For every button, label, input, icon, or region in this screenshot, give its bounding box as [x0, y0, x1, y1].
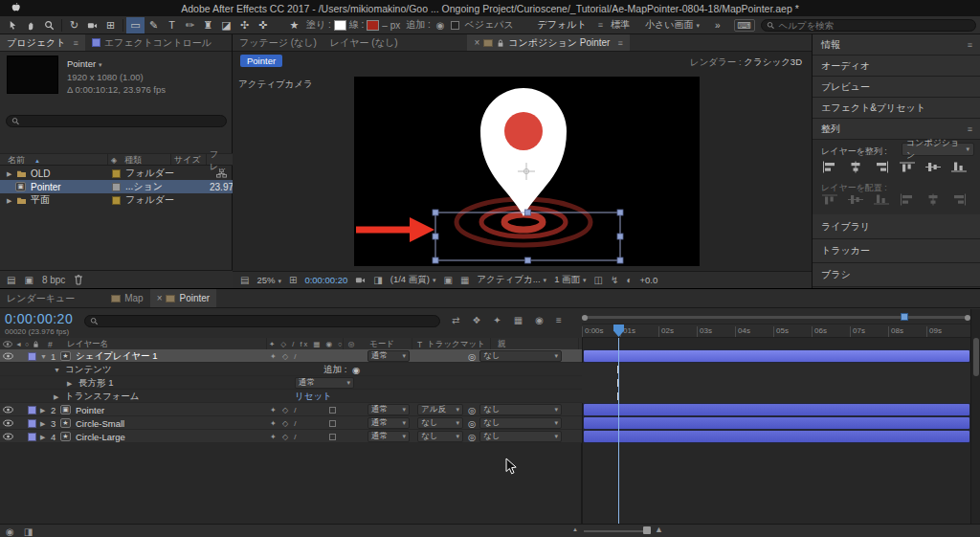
snapshot-icon[interactable] [355, 275, 366, 285]
time-ruler[interactable]: 0:00s 01s 02s 03s 04s 05s 06s 07s 08s 09… [582, 324, 970, 338]
pan-behind-tool[interactable]: ⊞ [101, 17, 120, 34]
always-preview-icon[interactable]: ▤ [240, 275, 249, 285]
pixel-aspect-icon[interactable]: ◫ [594, 275, 603, 285]
scrollbar-thumb[interactable] [973, 338, 979, 376]
parent-dropdown[interactable]: なし [479, 417, 562, 429]
camera-tool[interactable] [83, 17, 101, 34]
section-brushes[interactable]: ブラシ [813, 263, 980, 287]
property-name[interactable]: 長方形 1 [78, 376, 113, 390]
resolution-dropdown[interactable]: (1/4 画質) [390, 274, 436, 286]
align-right-icon[interactable] [874, 161, 889, 173]
close-icon[interactable]: × [157, 293, 163, 303]
clone-stamp-tool[interactable]: ♜ [199, 17, 217, 34]
toggle-modes-icon[interactable]: ◨ [24, 526, 33, 537]
frame-blend-icon[interactable]: ▦ [514, 315, 523, 325]
section-tracker[interactable]: トラッカー [813, 239, 980, 263]
graph-editor-icon[interactable]: ≡ [556, 315, 562, 325]
item-name[interactable]: OLD [31, 167, 51, 180]
item-name[interactable]: 平面 [31, 193, 50, 207]
eraser-tool[interactable]: ◪ [217, 17, 235, 34]
apple-logo-icon[interactable] [10, 2, 21, 14]
project-row-heimen[interactable]: ▶ 平面 フォルダー [0, 193, 233, 207]
parent-pickwhip-icon[interactable]: ◎ [468, 349, 476, 363]
track-matte-dropdown[interactable]: なし [417, 417, 463, 429]
property-row-transform[interactable]: ▶ トランスフォーム リセット [0, 390, 582, 403]
blend-mode-dropdown[interactable]: 通常 [368, 417, 410, 429]
eye-icon[interactable] [3, 352, 13, 360]
layer-bar-2[interactable] [584, 404, 969, 415]
add-target-icon[interactable]: ◉ [436, 20, 445, 31]
align-top-icon[interactable] [900, 161, 915, 173]
help-search[interactable] [761, 19, 976, 32]
column-divider[interactable] [170, 154, 171, 165]
rotate-tool[interactable]: ↻ [65, 17, 83, 34]
layer-color-label[interactable] [28, 433, 36, 441]
reset-link[interactable]: リセット [295, 390, 332, 403]
align-middle-v-icon[interactable] [925, 161, 941, 173]
shape-star-option[interactable]: ★ [285, 17, 303, 34]
toggle-switches-icon[interactable]: ◉ [6, 526, 14, 537]
column-framerate[interactable]: フレ... [210, 154, 233, 167]
label-color[interactable] [112, 196, 121, 205]
current-timecode[interactable]: 0:00:00:20 [5, 311, 73, 326]
layer-bar-3[interactable] [584, 417, 969, 429]
hand-tool[interactable] [22, 17, 40, 34]
puppet-pin-tool[interactable]: ✜ [254, 17, 272, 34]
item-name[interactable]: Pointer [31, 180, 61, 193]
magnification-dropdown[interactable]: 25% [256, 275, 281, 285]
blend-mode-dropdown[interactable]: 通常 [368, 431, 410, 442]
expander-icon[interactable]: ▶ [40, 420, 45, 428]
parent-pickwhip-icon[interactable]: ◎ [468, 430, 476, 443]
column-type[interactable]: 種類 [124, 154, 142, 167]
interpret-footage-icon[interactable]: ▤ [7, 275, 15, 285]
viewer-timecode[interactable]: 0:00:00:20 [304, 275, 347, 285]
map-pin-shape[interactable] [480, 88, 567, 216]
zoom-out-mountain-icon[interactable]: ▲ [572, 526, 578, 532]
region-of-interest-icon[interactable]: ▣ [443, 275, 452, 285]
label-color[interactable] [112, 183, 121, 191]
workspace-more-chevron[interactable]: » [715, 20, 721, 31]
blend-mode-dropdown[interactable]: 通常 [368, 404, 410, 415]
help-search-input[interactable] [778, 20, 970, 31]
tab-pointer[interactable]: ×Pointer [150, 289, 217, 307]
property-row-contents[interactable]: ▼ コンテンツ 追加 : ◉ [0, 363, 582, 376]
layer-row-3[interactable]: ▶ 3 ★ Circle-Small ✦ ◇ / 通常 なし ◎ なし [0, 416, 582, 430]
fill-swatch[interactable] [334, 20, 346, 31]
renderer-control[interactable]: レンダラー : クラシック3D [690, 56, 802, 69]
layer-color-label[interactable] [28, 352, 36, 361]
expander-icon[interactable]: ▶ [54, 393, 58, 401]
lock-icon[interactable] [497, 38, 504, 48]
tab-map[interactable]: Map [104, 289, 149, 307]
panel-menu-icon[interactable]: ≡ [968, 124, 972, 134]
shy-layers-icon[interactable]: ✦ [493, 315, 501, 325]
layer-color-label[interactable] [28, 419, 36, 428]
section-info[interactable]: 情報≡ [813, 34, 980, 56]
layer-switches[interactable]: ✦ ◇ / [270, 416, 299, 430]
eye-icon[interactable] [3, 406, 13, 414]
roto-brush-tool[interactable]: ✣ [235, 17, 254, 34]
layer-switches[interactable]: ✦ ◇ / [270, 349, 299, 363]
track-matte-dropdown[interactable]: なし [417, 431, 463, 442]
tab-footage[interactable]: フッテージ (なし) [233, 34, 323, 51]
property-name[interactable]: コンテンツ [65, 363, 112, 376]
expander-icon[interactable]: ▶ [40, 434, 45, 441]
mini-flowchart-icon[interactable]: ⇄ [452, 315, 459, 325]
comp-nav-chip[interactable]: Pointer [240, 55, 282, 67]
column-size[interactable]: サイズ [174, 154, 201, 167]
column-divider[interactable] [206, 154, 207, 165]
project-columns-header[interactable]: 名前 ▲ ◈ 種類 サイズ フレ... [0, 153, 233, 166]
renderer-value[interactable]: クラシック3D [744, 56, 802, 67]
timeline-zoom-track[interactable] [584, 530, 649, 532]
expander-icon[interactable]: ▶ [40, 407, 45, 414]
workspace-standard[interactable]: 標準 [611, 18, 630, 32]
layer-bar-4[interactable] [584, 431, 969, 442]
column-divider[interactable] [107, 154, 108, 165]
workspace-small-screen[interactable]: 小さい画面 [645, 18, 700, 32]
layer-row-2[interactable]: ▶ 2 ▣ Pointer ✦ ◇ / 通常 アル反 ◎ なし [0, 403, 582, 416]
timeline-search-input[interactable] [102, 316, 434, 326]
timeline-search[interactable] [84, 315, 440, 327]
distribute-right-icon[interactable] [951, 193, 967, 206]
project-bpc[interactable]: 8 bpc [42, 275, 65, 285]
timeline-scrollbar[interactable] [970, 309, 980, 524]
section-effects-presets[interactable]: エフェクト&プリセット [813, 98, 980, 119]
